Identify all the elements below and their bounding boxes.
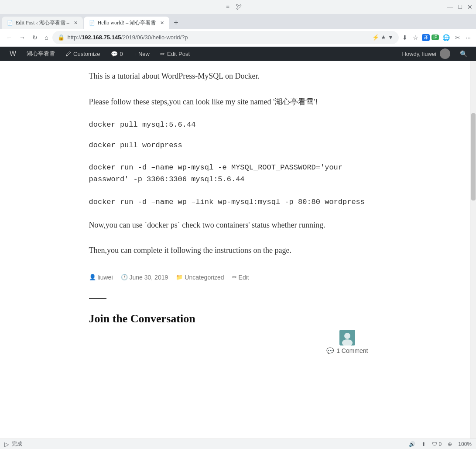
translate-badge[interactable]: 译 [422,34,430,41]
share-icon[interactable]: ⬆ [421,441,426,447]
lightning-icon[interactable]: ⚡ [372,34,379,41]
address-bar[interactable]: 🔒 http://192.168.75.145/2019/06/30/hello… [52,31,398,44]
wp-search-button[interactable]: 🔍 [455,50,472,57]
howdy-section[interactable]: Howdy, liuwei [397,48,455,59]
site-name-item[interactable]: 湖心亭看雪 [21,47,60,61]
page-wrapper: This is a tutorial about WordPress-MySQL… [0,61,476,449]
customize-icon: 🖊 [65,51,71,57]
url-domain: 192.168.75.145 [82,34,121,41]
date-icon: 🕐 [121,274,128,280]
edit-post-label: Edit Post [167,51,190,57]
scrollbar-thumb[interactable] [471,113,476,200]
nav-bar: ← → ↻ ⌂ 🔒 http://192.168.75.145/2019/06/… [0,29,476,46]
title-bar-icons: ≡ 🕊 [226,3,242,10]
tab-label-1: Edit Post ‹ 湖心亭看雪 – [16,19,69,27]
status-bar-right: 🔊 ⬆ 🛡 0 ⊕ 100% [409,441,472,447]
main-content: This is a tutorial about WordPress-MySQL… [0,61,470,449]
customize-label: Customize [73,51,100,57]
join-conversation-title: Join the Conversation [89,312,381,325]
edit-post-item[interactable]: ✏ Edit Post [155,47,195,61]
post-paragraph-1: This is a tutorial about WordPress-MySQL… [89,69,381,83]
tab-close-1[interactable]: ✕ [74,20,78,26]
tab-icon-2: 📄 [89,20,95,26]
customize-item[interactable]: 🖊 Customize [60,47,105,61]
site-name-label: 湖心亭看雪 [27,50,55,58]
comment-bubble-icon: 💬 [326,347,334,354]
scrollbar-track[interactable] [470,61,476,449]
forward-button[interactable]: → [17,32,28,43]
home-button[interactable]: ⌂ [42,32,51,43]
wp-logo-item[interactable]: W [4,47,21,61]
new-tab-button[interactable]: + [170,17,182,29]
post-meta: 👤 liuwei 🕐 June 30, 2019 📁 Uncategorized… [89,269,381,281]
user-avatar [440,48,450,59]
post-code-1: docker pull mysql:5.6.44 [89,121,381,129]
play-button[interactable]: ▷ [4,441,9,448]
join-conversation-section: Join the Conversation 💬 1 Comment [72,308,399,363]
author-icon: 👤 [89,274,96,280]
browser-title-bar: ≡ 🕊 — □ ✕ 📄 Edit Post ‹ 湖心亭看雪 – ✕ 📄 Hell… [0,0,476,47]
post-date-link[interactable]: 🕐 June 30, 2019 [121,274,168,281]
ip-badge[interactable]: IP [431,35,439,40]
post-category: Uncategorized [185,274,224,281]
address-bar-icons: ⚡ ★ ▼ [372,34,394,41]
url-path: /2019/06/30/hello-world/?p [121,34,188,41]
minimize-button[interactable]: — [447,3,453,10]
category-icon: 📁 [176,274,183,280]
tabs-bar: 📄 Edit Post ‹ 湖心亭看雪 – ✕ 📄 Hello world! –… [0,14,476,29]
edit-meta-icon: ✏ [232,274,237,280]
wp-admin-bar: W 湖心亭看雪 🖊 Customize 💬 0 + New ✏ Edit Pos… [0,47,476,61]
status-text: 完成 [12,440,22,448]
post-content: This is a tutorial about WordPress-MySQL… [72,69,399,281]
wp-logo-icon: W [10,50,16,58]
window-controls[interactable]: — □ ✕ [447,3,473,11]
maximize-button[interactable]: □ [459,3,462,10]
comments-icon: 💬 [111,51,118,57]
bookmark-button[interactable]: ☆ [411,32,420,43]
tab-edit-post[interactable]: 📄 Edit Post ‹ 湖心亭看雪 – ✕ [2,17,83,29]
svg-point-1 [344,333,350,339]
post-author: liuwei [98,274,113,281]
status-bar-left: ▷ 完成 [4,440,22,448]
post-edit-label: Edit [239,274,249,281]
tab-hello-world[interactable]: 📄 Hello world! – 湖心亭看雪 ✕ [84,17,170,29]
shield-label: 🛡 0 [432,441,442,447]
post-paragraph-2: Please follow these steps,you can look l… [89,95,381,109]
close-button[interactable]: ✕ [467,3,473,11]
download-button[interactable]: ⬇ [401,32,409,43]
commenter-avatar [339,330,355,345]
chevron-down-icon[interactable]: ▼ [388,34,394,41]
star-icon[interactable]: ★ [381,34,386,41]
new-item[interactable]: + New [128,47,155,61]
post-author-link[interactable]: 👤 liuwei [89,274,113,281]
sound-icon[interactable]: 🔊 [409,441,415,447]
post-paragraph-4: Then,you can complete it following the i… [89,244,381,257]
comments-item[interactable]: 💬 0 [106,47,128,61]
more-button[interactable]: ··· [464,32,473,43]
post-paragraph-3: Now,you can use `docker ps` check two co… [89,218,381,232]
post-date: June 30, 2019 [130,274,168,281]
nav-extra-icons: ⬇ ☆ 译 IP 🌐 ✂ ··· [401,32,473,43]
tab-close-2[interactable]: ✕ [160,20,164,26]
globe-button[interactable]: 🌐 [441,32,452,43]
tab-icon-1: 📄 [7,20,13,26]
wp-admin-bar-right: Howdy, liuwei 🔍 [397,48,472,59]
url-text[interactable]: http://192.168.75.145/2019/06/30/hello-w… [67,34,370,41]
back-button[interactable]: ← [3,32,15,43]
dove-icon: 🕊 [236,3,242,10]
zoom-icon[interactable]: ⊕ [448,441,452,447]
post-category-link[interactable]: 📁 Uncategorized [176,274,224,281]
hamburger-icon[interactable]: ≡ [226,3,229,10]
wp-admin-bar-left: W 湖心亭看雪 🖊 Customize 💬 0 + New ✏ Edit Pos… [4,47,195,61]
howdy-label: Howdy, liuwei [402,51,436,57]
post-footer-separator [89,298,106,299]
post-code-3: docker run -d –name wp-mysql -e MYSQL_RO… [89,162,381,185]
post-code-4: docker run -d –name wp –link wp-mysql:my… [89,198,381,206]
scissors-button[interactable]: ✂ [453,32,462,43]
post-code-2: docker pull wordpress [89,141,381,149]
status-bar: ▷ 完成 🔊 ⬆ 🛡 0 ⊕ 100% [0,439,476,449]
refresh-button[interactable]: ↻ [30,32,40,43]
post-edit-link[interactable]: ✏ Edit [232,274,249,281]
url-protocol: http:// [67,34,82,41]
comment-count: 💬 1 Comment [326,347,368,354]
